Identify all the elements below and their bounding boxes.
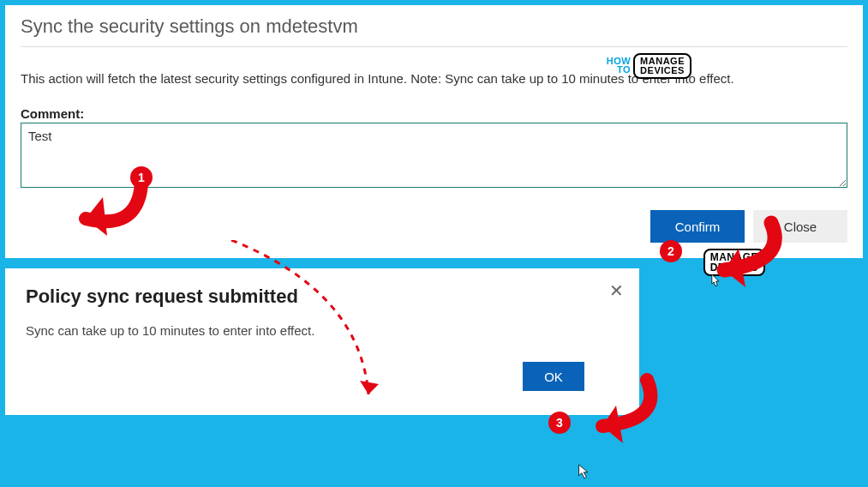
- result-dialog: ✕ Policy sync request submitted Sync can…: [5, 268, 639, 415]
- close-icon[interactable]: ✕: [609, 280, 624, 301]
- dialog-description: This action will fetch the latest securi…: [21, 71, 847, 86]
- comment-input[interactable]: Test: [21, 123, 847, 188]
- arrow-cursor-icon: [578, 463, 591, 480]
- confirm-button[interactable]: Confirm: [650, 210, 745, 243]
- result-description: Sync can take up to 10 minutes to enter …: [26, 323, 619, 338]
- ok-button[interactable]: OK: [523, 362, 584, 391]
- pointer-cursor-icon: [708, 273, 721, 290]
- result-title: Policy sync request submitted: [26, 286, 619, 308]
- close-button[interactable]: Close: [753, 210, 847, 243]
- result-button-row: OK: [26, 362, 619, 391]
- dialog-title: Sync the security settings on mdetestvm: [21, 15, 847, 47]
- sync-dialog: Sync the security settings on mdetestvm …: [5, 5, 863, 258]
- comment-label: Comment:: [21, 106, 847, 121]
- dialog-button-row: Confirm Close: [21, 210, 847, 243]
